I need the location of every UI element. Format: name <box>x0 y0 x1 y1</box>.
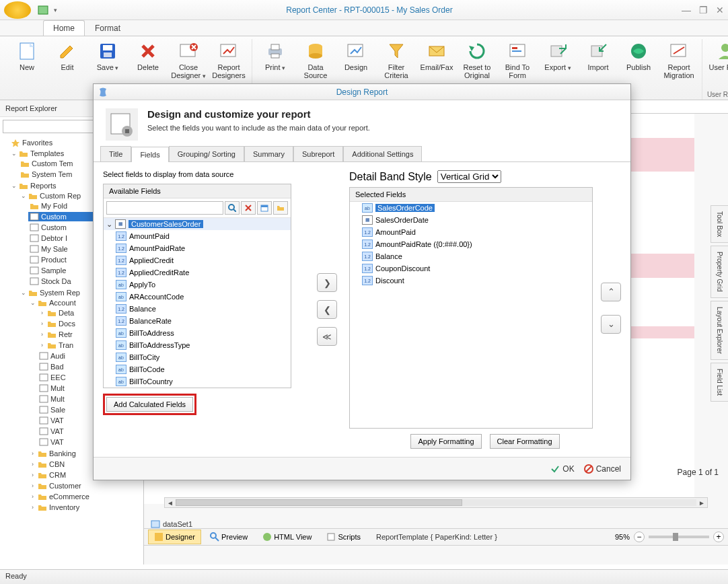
ribbon-tab-format[interactable]: Format <box>85 20 131 36</box>
available-calendar-icon[interactable] <box>257 201 272 215</box>
available-field-item[interactable]: abARAccountCode <box>104 291 291 303</box>
text-field-icon: ab <box>116 292 126 301</box>
ok-button[interactable]: OK <box>550 464 574 474</box>
field-type-icon: ab <box>362 203 373 213</box>
selected-field-item[interactable]: 1.2Discount <box>350 275 592 287</box>
dock-layout-explorer[interactable]: Layout Explorer <box>711 301 728 360</box>
selected-field-item[interactable]: ▦SalesOrderDate <box>350 214 592 226</box>
dialog-header-icon <box>106 108 138 141</box>
field-type-icon: 1.2 <box>362 264 373 273</box>
tab-preview[interactable]: Preview <box>204 530 254 544</box>
dlg-tab-grouping[interactable]: Grouping/ Sorting <box>169 146 244 161</box>
svg-rect-19 <box>551 46 562 57</box>
window-title: Report Center - RPT-000015 - My Sales Or… <box>57 5 682 15</box>
svg-rect-36 <box>40 374 48 381</box>
dialog-title: Design Report <box>336 87 388 97</box>
zoom-out-button[interactable]: − <box>634 532 645 542</box>
svg-rect-28 <box>30 224 38 231</box>
dlg-tab-additional[interactable]: Additional Settings <box>343 146 422 161</box>
template-info: ReportTemplate { PaperKind: Letter } <box>376 533 497 541</box>
dlg-tab-fields[interactable]: Fields <box>131 147 168 162</box>
zoom-slider[interactable] <box>649 536 709 538</box>
add-calculated-fields-highlight: Add Calculated Fields <box>103 394 196 415</box>
svg-rect-9 <box>271 44 279 50</box>
new-button[interactable]: New <box>8 39 46 100</box>
available-field-item[interactable]: abBillToCountry <box>104 375 291 388</box>
add-calculated-fields-button[interactable]: Add Calculated Fields <box>106 397 193 412</box>
svg-rect-55 <box>261 205 268 207</box>
available-field-item[interactable]: abApplyTo <box>104 279 291 291</box>
svg-rect-29 <box>30 235 38 242</box>
available-folder-icon[interactable] <box>273 201 288 215</box>
zoom-value: 95% <box>615 533 630 541</box>
available-field-item[interactable]: abBillToCity <box>104 351 291 363</box>
available-clear-icon[interactable] <box>241 201 256 215</box>
selected-fields-list[interactable]: abSalesOrderCode▦SalesOrderDate1.2Amount… <box>350 202 592 428</box>
selected-field-item[interactable]: 1.2AmountPaidRate ({0:###.00}) <box>350 238 592 250</box>
move-all-left-button[interactable]: ≪ <box>317 327 337 346</box>
move-left-button[interactable]: ❮ <box>317 300 337 319</box>
dataset-name[interactable]: dataSet1 <box>163 520 192 528</box>
tab-scripts[interactable]: Scripts <box>320 530 367 544</box>
user-role-button[interactable]: User Role <box>706 39 728 89</box>
available-field-item[interactable]: 1.2BalanceRate <box>104 315 291 327</box>
available-field-item[interactable]: abBillToAddressType <box>104 339 291 351</box>
available-field-item[interactable]: 1.2AppliedCredit <box>104 254 291 266</box>
dlg-tab-summary[interactable]: Summary <box>244 146 293 161</box>
cancel-button[interactable]: Cancel <box>584 464 621 474</box>
maximize-button[interactable]: ❐ <box>699 5 708 15</box>
available-field-item[interactable]: 1.2AmountPaidRate <box>104 242 291 254</box>
number-field-icon: 1.2 <box>116 231 126 241</box>
move-right-button[interactable]: ❯ <box>317 273 337 292</box>
selected-field-item[interactable]: 1.2AmountPaid <box>350 226 592 238</box>
dock-toolbox[interactable]: Tool Box <box>711 205 728 243</box>
svg-point-52 <box>229 205 234 210</box>
apply-formatting-button[interactable]: Apply Formatting <box>410 434 481 449</box>
available-field-item[interactable]: abBillToCode <box>104 363 291 375</box>
number-field-icon: 1.2 <box>116 316 126 326</box>
svg-line-46 <box>215 538 219 541</box>
available-field-item[interactable]: 1.2AmountPaid <box>104 230 291 242</box>
svg-rect-31 <box>30 256 38 263</box>
selected-field-item[interactable]: 1.2CouponDiscount <box>350 262 592 275</box>
dataset-icon <box>151 520 160 528</box>
svg-marker-26 <box>11 139 20 147</box>
tab-html-view[interactable]: HTML View <box>256 530 318 544</box>
number-field-icon: 1.2 <box>116 268 126 277</box>
dialog-subtext: Select the fields you want to include as… <box>147 124 370 132</box>
detail-band-select[interactable]: Vertical Grid <box>437 170 501 183</box>
available-search-icon[interactable] <box>225 201 240 215</box>
svg-rect-37 <box>40 385 48 392</box>
close-button[interactable]: ✕ <box>716 5 724 15</box>
dock-field-list[interactable]: Field List <box>711 363 728 402</box>
available-field-item[interactable]: 1.2AppliedCreditRate <box>104 266 291 279</box>
report-migration-button[interactable]: Report Migration <box>660 39 698 100</box>
selected-field-item[interactable]: 1.2Balance <box>350 250 592 262</box>
tab-designer[interactable]: Designer <box>148 530 201 544</box>
edit-button[interactable]: Edit <box>48 39 86 100</box>
svg-rect-51 <box>125 129 129 133</box>
dlg-tab-subreport[interactable]: Subreport <box>293 146 343 161</box>
available-field-item[interactable]: abBillToAddress <box>104 327 291 339</box>
ribbon-tab-home[interactable]: Home <box>43 20 85 36</box>
minimize-button[interactable]: — <box>682 5 691 15</box>
horizontal-scrollbar[interactable]: ◄► <box>164 497 708 508</box>
qat-icon[interactable] <box>38 5 48 15</box>
available-field-item[interactable]: 1.2Balance <box>104 303 291 315</box>
text-field-icon: ab <box>116 365 126 374</box>
move-up-button[interactable]: ⌃ <box>601 283 621 301</box>
dialog-icon <box>98 87 108 98</box>
available-fields-list[interactable]: ⌄▦CustomerSalesOrder 1.2AmountPaid1.2Amo… <box>104 218 291 388</box>
dlg-tab-title[interactable]: Title <box>100 146 131 161</box>
available-search-input[interactable] <box>106 201 223 215</box>
field-type-icon: 1.2 <box>362 227 373 237</box>
dock-property-grid[interactable]: Property Grid <box>711 246 728 297</box>
svg-rect-39 <box>40 406 48 413</box>
svg-line-53 <box>233 209 236 212</box>
clear-formatting-button[interactable]: Clear Formatting <box>490 434 560 449</box>
folder-icon <box>30 202 39 210</box>
move-down-button[interactable]: ⌄ <box>601 315 621 334</box>
svg-point-47 <box>263 533 271 541</box>
selected-field-item[interactable]: abSalesOrderCode <box>350 202 592 214</box>
report-icon <box>30 213 39 221</box>
